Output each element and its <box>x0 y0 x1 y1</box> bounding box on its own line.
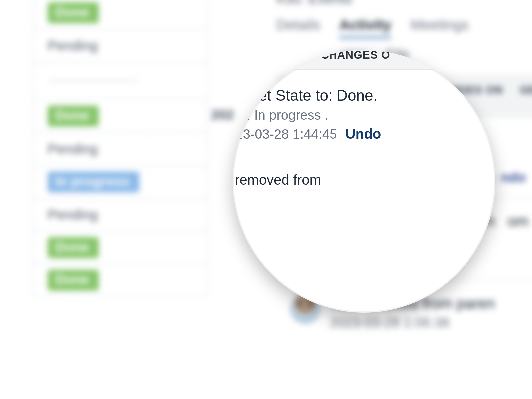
empty-row-line <box>48 80 137 81</box>
magnifier-lens: Dependencies FILTER FOR NOTES CHANGES O … <box>233 50 495 313</box>
tabs-row-1: Details Activity Meetings <box>276 17 532 38</box>
lens-activity-previous-value: Was: In progress . <box>233 108 381 123</box>
state-text-pending[interactable]: Pending <box>48 141 98 156</box>
undo-link[interactable]: Undo <box>345 126 381 142</box>
state-chip-done[interactable]: Done <box>48 270 99 291</box>
item-title: #35: Events <box>276 0 532 7</box>
state-chip-done[interactable]: Done <box>48 105 99 126</box>
tab-activity[interactable]: Activity <box>339 17 391 38</box>
state-chip-done[interactable]: Done <box>48 2 99 23</box>
undo-link-echo: ndo <box>501 170 526 185</box>
state-text-pending[interactable]: Pending <box>48 38 98 53</box>
state-chip-inprogress[interactable]: In progress <box>48 171 139 192</box>
lens-activity-entry-2: 'ou removed from <box>233 157 495 188</box>
activity-timestamp: 2023-03-28 1:06:38 <box>330 315 495 330</box>
year-fragment: 202 <box>211 107 234 122</box>
lens-activity-timestamp: 2023-03-28 1:44:45 <box>233 127 337 142</box>
state-text-pending[interactable]: Pending <box>48 207 98 222</box>
tab-details[interactable]: Details <box>276 17 320 38</box>
tab-meetings[interactable]: Meetings <box>411 17 469 38</box>
state-chip-done[interactable]: Done <box>48 237 99 258</box>
state-list: State Start Done Pending Done Pending In… <box>33 0 208 296</box>
